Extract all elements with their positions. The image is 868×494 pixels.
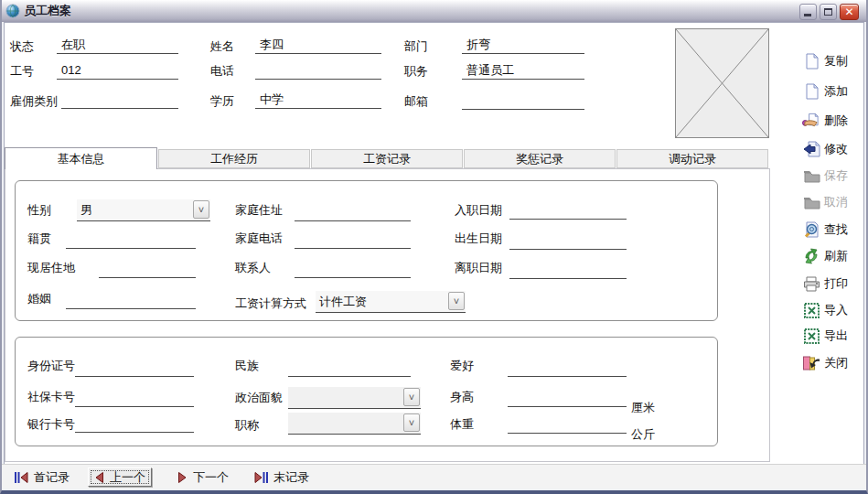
status-label: 状态 xyxy=(10,38,34,54)
tab-transfer-records[interactable]: 调动记录 xyxy=(616,149,768,168)
exit-door-icon xyxy=(802,355,820,372)
job-title-select[interactable]: ˅ xyxy=(288,413,421,435)
maximize-button[interactable] xyxy=(820,4,837,20)
email-label: 邮箱 xyxy=(404,93,428,109)
refresh-button[interactable]: 刷新 xyxy=(802,246,848,266)
position-field[interactable]: 普通员工 xyxy=(462,61,584,80)
add-button[interactable]: 添加 xyxy=(802,81,848,102)
add-label: 添加 xyxy=(824,83,848,100)
social-security-field[interactable] xyxy=(75,389,194,407)
close-window-button[interactable]: ✕ xyxy=(840,4,859,20)
tab-basic-info[interactable]: 基本信息 xyxy=(5,147,157,169)
salary-method-value: 计件工资 xyxy=(319,294,367,310)
home-address-field[interactable] xyxy=(295,203,411,221)
home-phone-field[interactable] xyxy=(295,231,411,249)
salary-method-select[interactable]: 计件工资 ˅ xyxy=(316,291,466,313)
cancel-button: 取消 xyxy=(802,192,848,212)
home-address-label: 家庭住址 xyxy=(235,202,283,218)
email-field[interactable] xyxy=(462,91,584,110)
app-globe-icon xyxy=(5,4,20,18)
gender-select[interactable]: 男 ˅ xyxy=(77,199,210,221)
last-record-icon xyxy=(254,472,268,483)
find-label: 查找 xyxy=(824,221,848,238)
tab-reward-records[interactable]: 奖惩记录 xyxy=(464,149,616,168)
first-record-label: 首记录 xyxy=(34,469,70,486)
close-icon: ✕ xyxy=(844,5,853,18)
hire-date-label: 入职日期 xyxy=(455,202,502,218)
chevron-down-icon[interactable]: ˅ xyxy=(193,200,209,219)
phone-field[interactable] xyxy=(255,61,381,80)
salary-method-label: 工资计算方式 xyxy=(235,295,306,311)
gender-label: 性别 xyxy=(27,202,51,218)
import-button[interactable]: 导入 xyxy=(802,300,848,320)
export-button[interactable]: 导出 xyxy=(802,326,848,346)
employment-type-field[interactable] xyxy=(61,91,178,109)
photo-cross-icon xyxy=(676,29,768,137)
cancel-label: 取消 xyxy=(824,194,848,210)
copy-button[interactable]: 复制 xyxy=(802,51,848,71)
id-number-label: 身份证号 xyxy=(27,358,75,373)
print-button[interactable]: 打印 xyxy=(802,274,848,294)
print-icon xyxy=(802,275,820,293)
prev-record-icon xyxy=(94,472,104,483)
copy-icon xyxy=(802,53,820,70)
first-record-button[interactable]: 首记录 xyxy=(9,467,75,487)
emp-id-field[interactable]: 012 xyxy=(57,61,178,80)
department-field[interactable]: 折弯 xyxy=(462,36,584,54)
employee-photo-placeholder[interactable] xyxy=(675,28,769,138)
next-record-label: 下一个 xyxy=(193,469,229,486)
next-record-button[interactable]: 下一个 xyxy=(172,467,234,487)
bank-card-field[interactable] xyxy=(75,414,194,433)
height-label: 身高 xyxy=(450,389,474,404)
height-field[interactable] xyxy=(508,389,627,407)
ethnicity-field[interactable] xyxy=(288,359,411,377)
delete-label: 删除 xyxy=(824,113,848,129)
political-status-label: 政治面貌 xyxy=(235,390,283,405)
record-nav-bar: 首记录 上一个 下一个 末记录 xyxy=(2,464,866,489)
native-place-field[interactable] xyxy=(66,231,196,249)
modify-label: 修改 xyxy=(824,141,848,157)
chevron-down-icon[interactable]: ˅ xyxy=(403,388,420,406)
exit-button[interactable]: 关闭 xyxy=(802,353,848,373)
home-phone-label: 家庭电话 xyxy=(235,231,283,246)
social-security-label: 社保卡号 xyxy=(27,389,75,404)
last-record-label: 末记录 xyxy=(273,469,309,486)
hobby-label: 爱好 xyxy=(450,358,474,373)
hire-date-field[interactable] xyxy=(509,201,627,220)
name-field[interactable]: 李四 xyxy=(255,36,381,54)
window-title: 员工档案 xyxy=(24,3,71,19)
save-button: 保存 xyxy=(802,166,848,186)
status-field[interactable]: 在职 xyxy=(57,36,178,54)
current-residence-field[interactable] xyxy=(99,260,196,278)
modify-button[interactable]: 修改 xyxy=(802,139,848,159)
position-label: 职务 xyxy=(404,63,428,79)
marriage-field[interactable] xyxy=(66,291,196,309)
chevron-down-icon[interactable]: ˅ xyxy=(448,292,465,310)
prev-record-button[interactable]: 上一个 xyxy=(88,467,152,487)
minimize-button[interactable] xyxy=(799,4,817,20)
hobby-field[interactable] xyxy=(508,359,627,377)
excel-import-icon xyxy=(802,302,820,319)
native-place-label: 籍贯 xyxy=(27,231,51,246)
maximize-icon xyxy=(824,8,832,16)
id-number-field[interactable] xyxy=(75,359,194,377)
weight-label: 体重 xyxy=(450,416,474,432)
print-label: 打印 xyxy=(824,275,848,292)
tab-salary-records[interactable]: 工资记录 xyxy=(311,149,463,168)
copy-label: 复制 xyxy=(824,53,848,70)
birth-date-field[interactable] xyxy=(509,231,627,250)
chevron-down-icon[interactable]: ˅ xyxy=(403,413,420,432)
weight-field[interactable] xyxy=(508,415,627,434)
exit-label: 关闭 xyxy=(824,355,848,371)
find-button[interactable]: 查找 xyxy=(802,220,848,240)
refresh-label: 刷新 xyxy=(824,248,848,264)
tab-work-history[interactable]: 工作经历 xyxy=(158,149,310,168)
contact-person-field[interactable] xyxy=(295,260,411,278)
education-field[interactable]: 中学 xyxy=(255,91,381,109)
delete-button[interactable]: 删除 xyxy=(802,111,848,131)
last-record-button[interactable]: 末记录 xyxy=(249,467,315,487)
job-title-label: 职称 xyxy=(235,417,259,433)
political-status-select[interactable]: ˅ xyxy=(288,387,421,409)
phone-label: 电话 xyxy=(210,63,234,79)
leave-date-field[interactable] xyxy=(509,261,627,279)
